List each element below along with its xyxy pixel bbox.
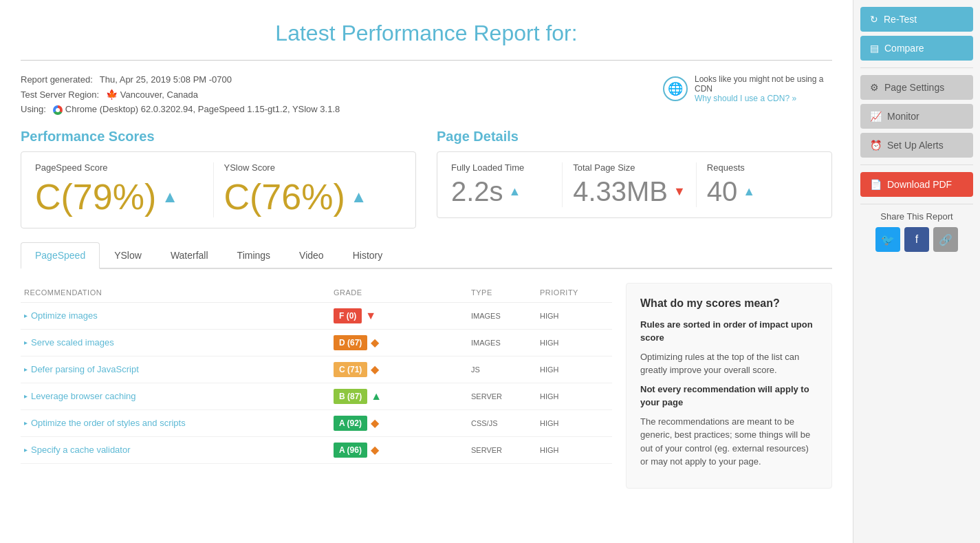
page-settings-label: Page Settings [884,82,944,93]
priority-cell: HIGH [540,365,609,374]
priority-cell: HIGH [540,392,609,401]
info-section2-text: The recommendations are meant to be gene… [640,415,818,469]
server-value: 🍁 Vancouver, Canada [106,89,198,100]
grade-bar: C (71) [334,362,367,377]
monitor-icon: 📈 [870,111,882,122]
settings-icon: ⚙ [870,82,879,93]
setup-alerts-label: Set Up Alerts [887,140,944,151]
cdn-globe-icon: 🌐 [663,76,688,101]
tab-pagespeed[interactable]: PageSpeed [21,242,100,269]
using-label: Using: [21,104,46,114]
page-title: Latest Performance Report for: [21,21,832,46]
type-cell: CSS/JS [471,419,540,427]
pagespeed-arrow-up: ▲ [162,187,178,206]
tab-video[interactable]: Video [285,242,338,269]
alerts-icon: ⏰ [870,140,882,151]
monitor-button[interactable]: 📈 Monitor [860,104,973,129]
table-row: ▸ Leverage browser caching B (87) ▲ SERV… [21,383,612,410]
table-row: ▸ Optimize images F (0) ▼ IMAGES HIGH [21,303,612,330]
server-label: Test Server Region: [21,89,99,100]
sidebar-divider-3 [860,204,973,204]
recommendations-table: RECOMMENDATION GRADE TYPE PRIORITY ▸ Opt… [21,283,612,489]
share-link-button[interactable]: 🔗 [933,227,958,252]
tab-waterfall[interactable]: Waterfall [156,242,223,269]
rec-name[interactable]: ▸ Serve scaled images [24,337,334,348]
tabs-container: PageSpeedYSlowWaterfallTimingsVideoHisto… [21,242,832,269]
tab-yslow[interactable]: YSlow [100,242,156,269]
type-cell: SERVER [471,392,540,401]
page-details-title: Page Details [437,129,832,145]
share-title: Share This Report [860,211,973,222]
grade-trend-icon: ◆ [371,336,379,349]
pdf-icon: 📄 [870,179,882,190]
grade-bar-container: A (96) ◆ [334,443,471,458]
sidebar-divider-2 [860,164,973,165]
share-icons: 🐦 f 🔗 [860,227,973,252]
grade-bar: D (67) [334,335,367,350]
info-box: What do my scores mean? Rules are sorted… [626,283,832,489]
grade-trend-icon: ▲ [371,390,382,403]
loaded-time: Fully Loaded Time 2.2s ▲ [451,162,562,207]
rec-name[interactable]: ▸ Optimize the order of styles and scrip… [24,418,334,428]
retest-label: Re-Test [884,14,917,25]
chevron-icon: ▸ [24,365,28,373]
info-box-title: What do my scores mean? [640,297,818,310]
share-facebook-button[interactable]: f [904,227,929,252]
cdn-link[interactable]: Why should I use a CDN? » [695,94,796,103]
chevron-icon: ▸ [24,312,28,319]
rec-name[interactable]: ▸ Leverage browser caching [24,391,334,401]
perf-scores-title: Performance Scores [21,129,416,145]
monitor-label: Monitor [887,111,919,122]
download-pdf-button[interactable]: 📄 Download PDF [860,172,973,197]
report-meta: Report generated: Thu, Apr 25, 2019 5:08… [21,74,832,115]
setup-alerts-button[interactable]: ⏰ Set Up Alerts [860,133,973,158]
grade-bar: A (92) [334,416,367,431]
col-grade: GRADE [334,288,471,297]
requests-count: Requests 40 ▲ [696,162,818,207]
type-cell: JS [471,365,540,374]
type-cell: IMAGES [471,339,540,347]
sidebar: ↻ Re-Test ▤ Compare ⚙ Page Settings 📈 Mo… [853,0,980,543]
cdn-notice: 🌐 Looks like you might not be using a CD… [663,74,832,103]
page-size: Total Page Size 4.33MB ▼ [562,162,696,207]
divider [21,60,832,61]
page-size-arrow: ▼ [673,184,686,199]
pagespeed-score: PageSpeed Score C(79%) ▲ [35,162,213,217]
table-header: RECOMMENDATION GRADE TYPE PRIORITY [21,283,612,303]
yslow-arrow-up: ▲ [351,187,367,206]
grade-trend-icon: ◆ [371,416,379,429]
table-row: ▸ Defer parsing of JavaScript C (71) ◆ J… [21,356,612,383]
page-settings-button[interactable]: ⚙ Page Settings [860,75,973,100]
requests-arrow: ▲ [743,184,755,199]
grade-trend-icon: ◆ [371,443,379,456]
grade-bar: F (0) [334,308,362,323]
grade-bar-container: B (87) ▲ [334,389,471,404]
loaded-time-arrow: ▲ [509,184,521,199]
rec-name[interactable]: ▸ Optimize images [24,310,334,321]
retest-button[interactable]: ↻ Re-Test [860,7,973,32]
table-row: ▸ Serve scaled images D (67) ◆ IMAGES HI… [21,330,612,356]
info-section2-title: Not every recommendation will apply to y… [640,384,809,408]
tab-history[interactable]: History [338,242,398,269]
compare-label: Compare [884,43,924,54]
table-row: ▸ Optimize the order of styles and scrip… [21,410,612,437]
col-type: TYPE [471,288,540,297]
priority-cell: HIGH [540,446,609,454]
generated-value: Thu, Apr 25, 2019 5:08 PM -0700 [100,74,232,85]
compare-button[interactable]: ▤ Compare [860,36,973,61]
download-pdf-label: Download PDF [887,179,952,190]
col-priority: PRIORITY [540,288,609,297]
grade-bar-container: D (67) ◆ [334,335,471,350]
rec-name[interactable]: ▸ Specify a cache validator [24,445,334,455]
rec-name[interactable]: ▸ Defer parsing of JavaScript [24,364,334,374]
grade-trend-icon: ◆ [371,363,379,376]
chevron-icon: ▸ [24,419,28,427]
share-twitter-button[interactable]: 🐦 [875,227,900,252]
info-section1-text: Optimizing rules at the top of the list … [640,350,818,377]
retest-icon: ↻ [870,14,878,25]
grade-bar: A (96) [334,443,367,458]
priority-cell: HIGH [540,339,609,347]
col-recommendation: RECOMMENDATION [24,288,334,297]
tab-timings[interactable]: Timings [223,242,285,269]
priority-cell: HIGH [540,312,609,320]
